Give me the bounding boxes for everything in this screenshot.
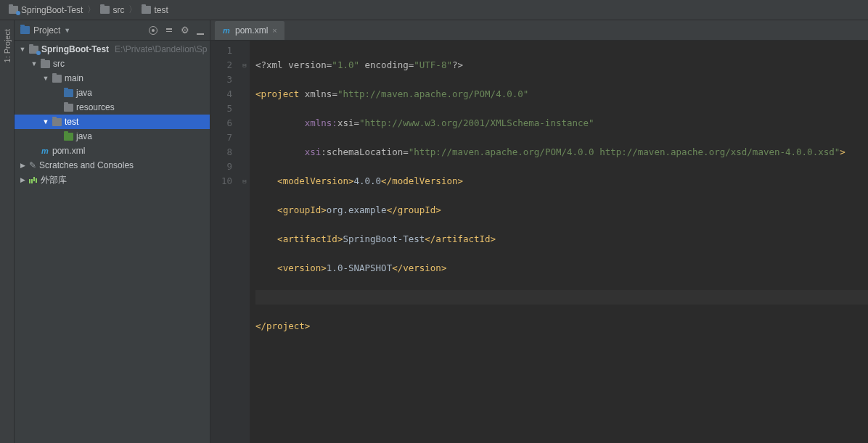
xml-text: SpringBoot-Test — [343, 233, 425, 244]
panel-toolbar: ⚙ — [149, 26, 205, 35]
crumb-separator: 〉 — [128, 4, 137, 16]
tree-root[interactable]: ▼ SpringBoot-Test E:\Private\Dandelion\S… — [15, 42, 210, 57]
line-number: 10 — [210, 174, 232, 189]
project-folder-icon — [9, 6, 18, 14]
project-panel: Project ▼ ⚙ ▼ SpringBoot-Test E:\Private… — [15, 20, 210, 443]
pad — [255, 117, 305, 128]
editor-tabbar: m pom.xml × — [210, 20, 868, 41]
xml-ns: xsi — [305, 146, 322, 157]
project-tool-button[interactable]: 1: Project — [3, 29, 12, 62]
editor-tab-pom[interactable]: m pom.xml × — [215, 21, 284, 40]
xml-string: "1.0" — [332, 59, 359, 70]
expand-arrow-icon[interactable]: ▼ — [42, 75, 49, 82]
pad — [255, 146, 305, 157]
project-tree[interactable]: ▼ SpringBoot-Test E:\Private\Dandelion\S… — [15, 41, 210, 443]
line-number-gutter: 1 2 3 4 5 6 7 8 9 10 — [210, 41, 239, 443]
crumb-label: SpringBoot-Test — [21, 5, 83, 15]
code-editor[interactable]: 1 2 3 4 5 6 7 8 9 10 ⊟ ⊟ <?xml version="… — [210, 41, 868, 443]
expand-arrow-icon[interactable]: ▶ — [19, 176, 26, 183]
crumb-separator: 〉 — [87, 4, 96, 16]
folder-icon — [142, 6, 151, 14]
crumb-label: test — [154, 5, 168, 15]
tree-node-resources[interactable]: resources — [15, 100, 210, 115]
xml-text: org.example — [327, 204, 387, 215]
folder-icon — [100, 6, 110, 14]
xml-tag: <groupId> — [255, 204, 327, 215]
maven-file-icon: m — [41, 146, 49, 155]
close-icon[interactable]: × — [272, 26, 277, 35]
expand-arrow-icon[interactable]: ▼ — [19, 46, 26, 53]
tree-label: pom.xml — [52, 146, 85, 156]
tree-label: src — [53, 59, 65, 69]
xml-attr: xsi — [337, 117, 354, 128]
project-view-selector[interactable]: Project ▼ — [20, 25, 149, 36]
chevron-down-icon: ▼ — [64, 27, 70, 34]
tree-node-external-libs[interactable]: ▶ 外部库 — [15, 173, 210, 187]
xml-text: 4.0.0 — [353, 175, 381, 186]
xml-string: "UTF-8" — [414, 59, 452, 70]
crumb-root[interactable]: SpringBoot-Test — [9, 5, 83, 15]
expand-arrow-icon[interactable]: ▼ — [30, 60, 38, 67]
xml-tag: </version> — [392, 262, 446, 273]
xml-string: "http://maven.apache.org/POM/4.0.0" — [337, 88, 528, 99]
project-icon — [20, 26, 30, 34]
locate-icon[interactable] — [149, 26, 157, 35]
line-number: 5 — [210, 102, 232, 116]
tree-label: resources — [76, 102, 115, 112]
tree-node-test[interactable]: ▼ test — [15, 115, 210, 129]
source-folder-icon — [64, 89, 73, 97]
fold-toggle-icon[interactable]: ⊟ — [239, 58, 250, 73]
tree-node-pom[interactable]: m pom.xml — [15, 144, 210, 158]
line-number: 8 — [210, 145, 232, 160]
test-source-folder-icon — [64, 133, 73, 141]
xml-eq: = — [403, 146, 409, 157]
xml-tag: </modelVersion> — [381, 175, 463, 186]
folder-icon — [52, 75, 62, 83]
xml-attr: xmlns — [305, 88, 332, 99]
folder-icon — [41, 60, 50, 68]
tree-node-java-main[interactable]: java — [15, 86, 210, 100]
project-panel-header: Project ▼ ⚙ — [15, 20, 210, 41]
xml-tag: </project> — [255, 320, 310, 331]
resources-folder-icon — [64, 104, 73, 112]
libraries-icon — [29, 176, 38, 183]
fold-end-icon[interactable]: ⊟ — [239, 174, 250, 189]
xml-tag: </groupId> — [387, 204, 441, 215]
gear-icon[interactable]: ⚙ — [181, 26, 189, 35]
line-number: 2 — [210, 58, 232, 73]
xml-pi: ?> — [452, 59, 463, 70]
maven-file-icon: m — [222, 26, 231, 35]
tree-label: java — [76, 88, 92, 98]
xml-pi: encoding= — [359, 59, 414, 70]
xml-tag: <version> — [255, 262, 327, 273]
panel-title: Project — [33, 25, 60, 36]
tree-node-src[interactable]: ▼ src — [15, 57, 210, 71]
breadcrumb-bar: SpringBoot-Test 〉 src 〉 test — [0, 0, 868, 20]
tree-node-scratches[interactable]: ▶ ✎ Scratches and Consoles — [15, 158, 210, 173]
tree-node-main[interactable]: ▼ main — [15, 71, 210, 86]
folder-icon — [52, 118, 62, 126]
xml-eq: = — [332, 88, 337, 99]
xml-pi: <?xml version= — [255, 59, 332, 70]
tree-label: Scratches and Consoles — [39, 160, 134, 170]
line-number: 4 — [210, 87, 232, 102]
collapse-all-icon[interactable] — [165, 26, 173, 35]
crumb-src[interactable]: src — [100, 5, 124, 15]
xml-tag: </artifactId> — [425, 233, 496, 244]
project-folder-icon — [29, 46, 38, 54]
expand-arrow-icon[interactable]: ▼ — [42, 118, 49, 125]
tree-label: 外部库 — [41, 174, 67, 186]
tree-label: test — [65, 117, 78, 127]
xml-tag: > — [840, 146, 846, 157]
hide-panel-icon[interactable] — [197, 26, 205, 35]
tree-path-hint: E:\Private\Dandelion\Sp — [115, 44, 207, 54]
line-number: 3 — [210, 73, 232, 87]
xml-string: "http://maven.apache.org/POM/4.0.0 http:… — [409, 146, 840, 157]
tree-node-java-test[interactable]: java — [15, 129, 210, 144]
crumb-test[interactable]: test — [142, 5, 168, 15]
code-content[interactable]: <?xml version="1.0" encoding="UTF-8"?> <… — [250, 41, 868, 443]
expand-arrow-icon[interactable]: ▶ — [19, 162, 26, 169]
line-number: 6 — [210, 116, 232, 131]
scratches-icon: ✎ — [29, 160, 36, 170]
tree-label: main — [65, 73, 83, 83]
